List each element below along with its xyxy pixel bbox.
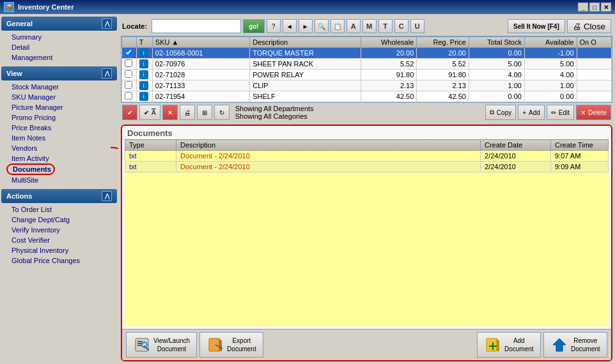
help-button[interactable]: ? [267,19,281,33]
locate-input[interactable] [152,19,241,33]
sidebar-item-physical-inventory[interactable]: Physical Inventory [1,245,117,255]
window-controls[interactable]: _ □ ✕ [578,3,611,11]
search-button[interactable]: 🔍 [315,19,329,33]
sidebar-item-management[interactable]: Management [1,52,117,63]
row-checkbox[interactable] [125,49,132,56]
window-close-button[interactable]: ✕ [601,3,611,11]
col-total-stock[interactable]: Total Stock [469,37,524,48]
sidebar-item-verify-inventory[interactable]: Verify Inventory [1,225,117,235]
col-wholesale[interactable]: Wholesale [361,37,417,48]
section-actions: Actions ⋀ [1,189,117,203]
app-icon: 📦 [4,2,14,12]
sidebar-item-cost-verifier[interactable]: Cost Verifier [1,235,117,245]
minimize-button[interactable]: _ [578,3,588,11]
status-line2: Showing All Categories [235,112,314,120]
table-row[interactable]: i 02-71133 CLIP 2.13 2.13 1.00 1.00 [122,80,612,91]
doc-table-row[interactable]: txt Document - 2/24/2010 2/24/2010 9:07 … [125,151,609,162]
sku-cell: 02-70976 [152,59,249,70]
confirm-button[interactable]: ✔ [122,105,137,120]
undo-button[interactable]: ✔A [139,105,160,120]
delete-button[interactable]: ✕ Delete [576,105,611,120]
table-row[interactable]: i 02-71954 SHELF 42.50 42.50 0.00 0.00 [122,91,612,102]
delete-icon: ✕ [580,109,586,116]
sidebar: General ⋀ Summary Detail Management View… [0,14,118,364]
sell-now-button[interactable]: Sell It Now [F4] [508,19,565,33]
go-button[interactable]: go! [243,19,265,33]
sidebar-item-change-dept[interactable]: Change Dept/Catg [1,215,117,225]
sidebar-item-price-breaks[interactable]: Price Breaks [1,123,117,133]
m-button[interactable]: M [362,19,377,33]
doc-col-type: Type [125,140,176,151]
desc-cell: CLIP [250,80,361,91]
doc-type-cell: txt [125,162,176,172]
svg-marker-10 [553,338,566,351]
table-row[interactable]: i 02-70976 SHEET PAN RACK 5.52 5.52 5.00… [122,59,612,70]
maximize-button[interactable]: □ [589,3,600,11]
cancel-button[interactable]: ✕ [162,105,178,120]
section-general-collapse[interactable]: ⋀ [102,19,112,29]
add-label: Add [529,109,540,116]
refresh-button[interactable]: ↻ [214,105,230,120]
doc-table-row[interactable]: txt Document - 2/24/2010 2/24/2010 9:09 … [125,162,609,172]
sidebar-item-picture-manager[interactable]: Picture Manager [1,102,117,112]
table-row[interactable]: i 02-71028 POWER RELAY 91.80 91.80 4.00 … [122,70,612,80]
c-button[interactable]: C [394,19,409,33]
sku-cell: 02-71133 [152,80,249,91]
sidebar-item-item-notes[interactable]: Item Notes [1,133,117,143]
on-order-cell [577,91,611,102]
add-icon: + [522,109,526,116]
edit-button[interactable]: ✏ Edit [547,105,574,120]
sidebar-item-stock-manager[interactable]: Stock Manager [1,82,117,92]
col-available[interactable]: Available [524,37,577,48]
sidebar-item-item-activity[interactable]: Item Activity [1,153,117,163]
total-stock-cell: 4.00 [469,70,524,80]
section-view-collapse[interactable]: ⋀ [102,68,112,79]
printer-icon: 🖨 [573,22,581,31]
sidebar-item-to-order-list[interactable]: To Order List [1,204,117,215]
desc-cell: SHELF [250,91,361,102]
sidebar-item-global-price-changes[interactable]: Global Price Changes [1,255,117,266]
row-checkbox[interactable] [125,92,132,100]
toolbar: Locate: go! ? ◄ ► 🔍 📋 A M T C U Sell It … [121,17,612,36]
a-button[interactable]: A [346,19,361,33]
documents-title: Documents [122,126,611,139]
print-button[interactable]: 🖨 [180,105,195,120]
clipboard-button[interactable]: 📋 [331,19,345,33]
sidebar-item-detail[interactable]: Detail [1,42,117,52]
sidebar-item-multisite[interactable]: MultiSite [1,175,117,185]
add-button[interactable]: + Add [518,105,545,120]
available-cell: 1.00 [524,80,577,91]
col-on-order[interactable]: On O [577,37,611,48]
add-document-button[interactable]: Add Document [477,332,541,358]
sidebar-item-vendors[interactable]: Vendors [1,143,117,153]
section-actions-collapse[interactable]: ⋀ [102,191,112,201]
sidebar-item-summary[interactable]: Summary [1,32,117,42]
col-type[interactable]: T [136,37,152,48]
close-button[interactable]: 🖨 Close [567,19,611,33]
desc-cell: POWER RELAY [250,70,361,80]
grid-button[interactable]: ⊞ [197,105,212,120]
sidebar-item-promo-pricing[interactable]: Promo Pricing [1,112,117,123]
export-document-button[interactable]: Export Document [199,332,263,358]
row-checkbox[interactable] [125,70,132,78]
copy-label: Copy [497,109,511,116]
back-button[interactable]: ◄ [283,19,297,33]
view-launch-button[interactable]: View/Launch Document [126,332,197,358]
t-button[interactable]: T [378,19,393,33]
sidebar-item-documents[interactable]: Documents [6,163,55,175]
copy-button[interactable]: ⧉ Copy [485,105,516,120]
row-checkbox[interactable] [125,81,132,89]
col-description[interactable]: Description [250,37,361,48]
forward-button[interactable]: ► [299,19,313,33]
col-sku[interactable]: SKU ▲ [152,37,249,48]
documents-table: Type Description Create Date Create Time… [125,139,609,172]
remove-document-button[interactable]: Remove Document [543,332,607,358]
row-checkbox[interactable] [125,59,132,67]
col-reg-price[interactable]: Reg. Price [417,37,469,48]
table-row[interactable]: i 02-10568-0001 TORQUE MASTER 20.00 20.0… [122,48,612,59]
sidebar-item-sku-manager[interactable]: SKU Manager [1,92,117,102]
total-stock-cell: 0.00 [469,48,524,59]
svg-rect-2 [137,341,143,342]
u-button[interactable]: U [410,19,424,33]
doc-desc-cell: Document - 2/24/2010 [176,162,481,172]
